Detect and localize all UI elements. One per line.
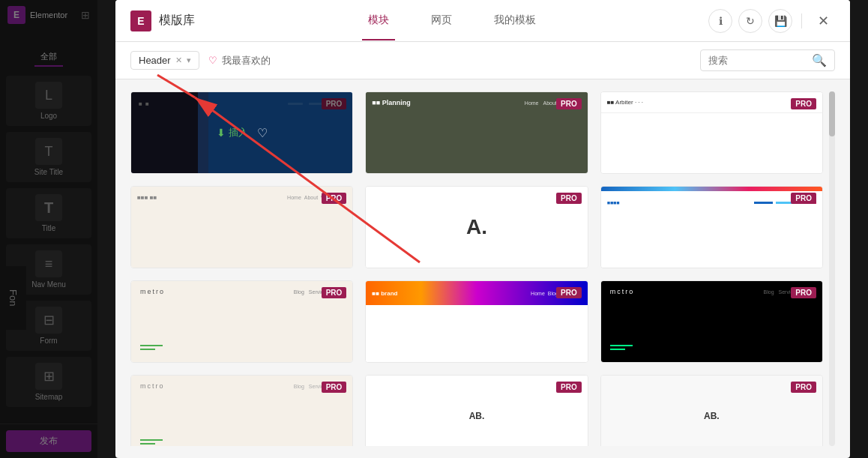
save-icon: 💾 (774, 15, 787, 27)
search-input[interactable] (708, 55, 807, 66)
insert-button[interactable]: ⬇ 插入 (217, 220, 247, 234)
filter-bar: Header ✕ ▾ ♡ 我最喜欢的 🔍 (115, 42, 850, 79)
refresh-icon: ↻ (746, 15, 755, 27)
editor-background: E Elementor ⊞ 全部 L Logo T Site Title T T… (0, 0, 868, 458)
favorite-button[interactable]: ♡ (256, 220, 267, 235)
favorite-button[interactable]: ♡ (256, 409, 267, 424)
search-icon: 🔍 (812, 53, 827, 67)
template-card[interactable]: mctro Blog Service Team (130, 375, 353, 446)
tab-pages[interactable]: 网页 (425, 1, 458, 40)
close-icon: ✕ (818, 13, 829, 29)
insert-button[interactable]: ⬇ 插入 (451, 220, 482, 234)
filter-favorite[interactable]: ♡ 我最喜欢的 (208, 54, 271, 67)
tab-my-templates[interactable]: 我的模板 (488, 1, 542, 40)
close-button[interactable]: ✕ (811, 9, 835, 33)
template-card[interactable]: metro Blog Service Team (130, 280, 353, 363)
x-icon[interactable]: ✕ (175, 55, 182, 65)
template-card[interactable]: AB. PRO ⬇ 插入 ♡ (600, 375, 823, 446)
template-card[interactable]: ■■ Arbiter · · · PRO ⬇ 插入 ♡ (600, 91, 823, 174)
insert-button[interactable]: ⬇ 插入 (687, 409, 717, 423)
info-button[interactable]: ℹ (708, 9, 732, 33)
modal-tabs: 模块 网页 我的模板 (195, 1, 708, 40)
favorite-button[interactable]: ♡ (256, 315, 267, 329)
template-card[interactable]: ■■ brand Home Blog Services PRO (365, 280, 588, 363)
template-card[interactable]: ■■■■ PRO ⬇ 插入 (600, 186, 823, 268)
favorite-button[interactable]: ♡ (726, 220, 737, 235)
favorite-button[interactable]: ♡ (491, 220, 501, 235)
scrollbar-thumb[interactable] (829, 91, 835, 136)
modal-content: ■ ■ PRO ⬇ (115, 79, 850, 458)
tab-blocks[interactable]: 模块 (362, 1, 395, 40)
divider (801, 13, 802, 28)
favorite-button[interactable]: ♡ (726, 315, 737, 329)
templates-grid-wrap: ■ ■ PRO ⬇ (130, 91, 829, 446)
favorite-button[interactable]: ♡ (726, 409, 737, 424)
insert-button[interactable]: ⬇ 插入 (217, 409, 247, 423)
template-card[interactable]: ■■ Planning Home About Services PRO (365, 91, 588, 174)
favorite-button[interactable]: ♡ (726, 126, 737, 140)
modal-actions: ℹ ↻ 💾 ✕ (708, 9, 835, 33)
heart-icon: ♡ (208, 55, 217, 66)
card-overlay: ⬇ 插入 ♡ (131, 92, 352, 173)
insert-button[interactable]: ⬇ 插入 (451, 315, 482, 328)
template-library-modal: E 模版库 模块 网页 我的模板 ℹ ↻ 💾 (115, 0, 850, 458)
insert-button[interactable]: ⬇ 插入 (217, 126, 248, 139)
refresh-button[interactable]: ↻ (738, 9, 762, 33)
save-button[interactable]: 💾 (768, 9, 792, 33)
modal-overlay: E 模版库 模块 网页 我的模板 ℹ ↻ 💾 (0, 0, 868, 458)
template-card[interactable]: A. PRO ⬇ 插入 ♡ (365, 186, 588, 268)
search-box[interactable]: 🔍 (700, 49, 835, 71)
modal-header: E 模版库 模块 网页 我的模板 ℹ ↻ 💾 (115, 0, 850, 42)
insert-button[interactable]: ⬇ 插入 (451, 409, 482, 423)
insert-button[interactable]: ⬇ 插入 (687, 126, 717, 139)
insert-button[interactable]: ⬇ 插入 (217, 315, 247, 328)
insert-button[interactable]: ⬇ 插入 (687, 220, 717, 234)
scrollbar-track[interactable] (829, 91, 835, 446)
info-icon: ℹ (719, 15, 723, 27)
download-icon: ⬇ (217, 127, 226, 139)
insert-button[interactable]: ⬇ 插入 (687, 315, 717, 328)
template-card[interactable]: mctro Blog Service Team (600, 280, 823, 363)
template-card[interactable]: ■■■ ■■ Home About Work Blog PRO (130, 186, 353, 268)
favorite-button[interactable]: ♡ (491, 409, 501, 424)
modal-logo: E (130, 10, 151, 31)
favorite-button[interactable]: ♡ (257, 126, 268, 140)
insert-button[interactable]: ⬇ 插入 (451, 126, 482, 139)
filter-select[interactable]: Header ✕ ▾ (130, 51, 199, 70)
modal-title: 模版库 (159, 13, 195, 28)
favorite-button[interactable]: ♡ (491, 126, 501, 140)
template-card[interactable]: AB. PRO ⬇ 插入 ♡ (365, 375, 588, 446)
chevron-down-icon: ▾ (187, 55, 191, 65)
templates-grid: ■ ■ PRO ⬇ (130, 91, 823, 446)
template-card[interactable]: ■ ■ PRO ⬇ (130, 91, 353, 174)
favorite-button[interactable]: ♡ (491, 315, 501, 329)
